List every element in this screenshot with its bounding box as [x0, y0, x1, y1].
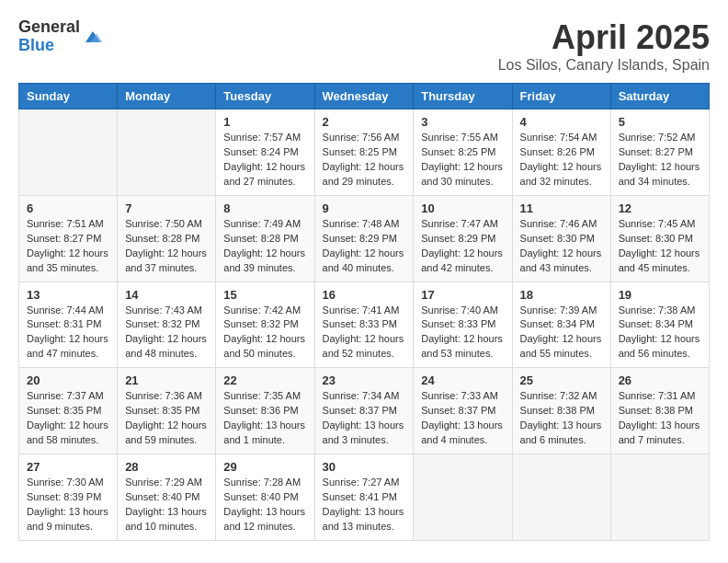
calendar-week-row: 20Sunrise: 7:37 AM Sunset: 8:35 PM Dayli… [19, 368, 710, 454]
calendar-week-row: 6Sunrise: 7:51 AM Sunset: 8:27 PM Daylig… [19, 195, 710, 282]
calendar-cell: 22Sunrise: 7:35 AM Sunset: 8:36 PM Dayli… [216, 368, 314, 454]
cell-info: Sunrise: 7:47 AM Sunset: 8:29 PM Dayligh… [421, 217, 504, 276]
day-number: 24 [421, 373, 504, 387]
calendar-cell: 24Sunrise: 7:33 AM Sunset: 8:37 PM Dayli… [414, 368, 512, 454]
cell-info: Sunrise: 7:48 AM Sunset: 8:29 PM Dayligh… [323, 217, 406, 276]
column-header-thursday: Thursday [414, 84, 512, 109]
column-header-wednesday: Wednesday [314, 84, 414, 109]
calendar-cell: 9Sunrise: 7:48 AM Sunset: 8:29 PM Daylig… [314, 195, 414, 282]
calendar-cell: 10Sunrise: 7:47 AM Sunset: 8:29 PM Dayli… [414, 195, 512, 282]
day-number: 30 [323, 460, 406, 474]
calendar-cell: 12Sunrise: 7:45 AM Sunset: 8:30 PM Dayli… [610, 195, 709, 282]
calendar-cell [414, 454, 512, 541]
calendar-cell: 26Sunrise: 7:31 AM Sunset: 8:38 PM Dayli… [610, 368, 709, 454]
cell-info: Sunrise: 7:57 AM Sunset: 8:24 PM Dayligh… [223, 131, 306, 190]
day-number: 21 [125, 373, 208, 387]
cell-info: Sunrise: 7:37 AM Sunset: 8:35 PM Dayligh… [27, 389, 109, 448]
cell-info: Sunrise: 7:31 AM Sunset: 8:38 PM Dayligh… [619, 389, 701, 448]
day-number: 6 [27, 201, 109, 215]
cell-info: Sunrise: 7:29 AM Sunset: 8:40 PM Dayligh… [125, 476, 208, 534]
cell-info: Sunrise: 7:45 AM Sunset: 8:30 PM Dayligh… [619, 217, 701, 276]
cell-info: Sunrise: 7:34 AM Sunset: 8:37 PM Dayligh… [323, 389, 406, 448]
calendar-cell: 18Sunrise: 7:39 AM Sunset: 8:34 PM Dayli… [512, 282, 610, 368]
cell-info: Sunrise: 7:38 AM Sunset: 8:34 PM Dayligh… [619, 304, 701, 362]
logo-general-text: General [18, 18, 80, 37]
calendar-cell: 28Sunrise: 7:29 AM Sunset: 8:40 PM Dayli… [118, 454, 216, 541]
day-number: 15 [223, 288, 306, 302]
logo-icon [82, 28, 104, 46]
cell-info: Sunrise: 7:55 AM Sunset: 8:25 PM Dayligh… [421, 131, 504, 190]
calendar-cell: 20Sunrise: 7:37 AM Sunset: 8:35 PM Dayli… [19, 368, 118, 454]
column-header-friday: Friday [512, 84, 610, 109]
cell-info: Sunrise: 7:39 AM Sunset: 8:34 PM Dayligh… [520, 304, 603, 362]
day-number: 16 [323, 288, 406, 302]
calendar-cell: 15Sunrise: 7:42 AM Sunset: 8:32 PM Dayli… [216, 282, 314, 368]
column-header-tuesday: Tuesday [216, 84, 314, 109]
day-number: 17 [421, 288, 504, 302]
calendar-cell [118, 109, 216, 196]
day-number: 23 [323, 373, 406, 387]
calendar-cell: 11Sunrise: 7:46 AM Sunset: 8:30 PM Dayli… [512, 195, 610, 282]
calendar-week-row: 27Sunrise: 7:30 AM Sunset: 8:39 PM Dayli… [19, 454, 710, 541]
cell-info: Sunrise: 7:43 AM Sunset: 8:32 PM Dayligh… [125, 304, 208, 362]
day-number: 18 [520, 288, 603, 302]
title-section: April 2025 Los Silos, Canary Islands, Sp… [498, 18, 710, 74]
day-number: 20 [27, 373, 109, 387]
cell-info: Sunrise: 7:56 AM Sunset: 8:25 PM Dayligh… [323, 131, 406, 190]
day-number: 11 [520, 201, 603, 215]
cell-info: Sunrise: 7:52 AM Sunset: 8:27 PM Dayligh… [619, 131, 701, 190]
calendar-cell: 27Sunrise: 7:30 AM Sunset: 8:39 PM Dayli… [19, 454, 118, 541]
calendar-cell [512, 454, 610, 541]
cell-info: Sunrise: 7:44 AM Sunset: 8:31 PM Dayligh… [27, 304, 109, 362]
calendar-cell: 23Sunrise: 7:34 AM Sunset: 8:37 PM Dayli… [314, 368, 414, 454]
calendar-cell: 6Sunrise: 7:51 AM Sunset: 8:27 PM Daylig… [19, 195, 118, 282]
day-number: 1 [223, 115, 306, 129]
day-number: 9 [323, 201, 406, 215]
day-number: 19 [619, 288, 701, 302]
calendar-cell: 29Sunrise: 7:28 AM Sunset: 8:40 PM Dayli… [216, 454, 314, 541]
cell-info: Sunrise: 7:28 AM Sunset: 8:40 PM Dayligh… [223, 476, 306, 534]
calendar-cell: 25Sunrise: 7:32 AM Sunset: 8:38 PM Dayli… [512, 368, 610, 454]
calendar-cell: 13Sunrise: 7:44 AM Sunset: 8:31 PM Dayli… [19, 282, 118, 368]
cell-info: Sunrise: 7:41 AM Sunset: 8:33 PM Dayligh… [323, 304, 406, 362]
cell-info: Sunrise: 7:32 AM Sunset: 8:38 PM Dayligh… [520, 389, 603, 448]
logo-blue-text: Blue [18, 37, 80, 55]
location: Los Silos, Canary Islands, Spain [498, 57, 710, 74]
day-number: 10 [421, 201, 504, 215]
calendar-cell: 3Sunrise: 7:55 AM Sunset: 8:25 PM Daylig… [414, 109, 512, 196]
calendar-header-row: SundayMondayTuesdayWednesdayThursdayFrid… [19, 84, 710, 109]
calendar-cell: 14Sunrise: 7:43 AM Sunset: 8:32 PM Dayli… [118, 282, 216, 368]
cell-info: Sunrise: 7:42 AM Sunset: 8:32 PM Dayligh… [223, 304, 306, 362]
day-number: 25 [520, 373, 603, 387]
calendar-week-row: 13Sunrise: 7:44 AM Sunset: 8:31 PM Dayli… [19, 282, 710, 368]
calendar-cell [610, 454, 709, 541]
day-number: 27 [27, 460, 109, 474]
calendar-table: SundayMondayTuesdayWednesdayThursdayFrid… [18, 83, 710, 541]
day-number: 14 [125, 288, 208, 302]
calendar-cell: 17Sunrise: 7:40 AM Sunset: 8:33 PM Dayli… [414, 282, 512, 368]
calendar-cell: 1Sunrise: 7:57 AM Sunset: 8:24 PM Daylig… [216, 109, 314, 196]
page-header: General Blue April 2025 Los Silos, Canar… [18, 18, 710, 74]
day-number: 22 [223, 373, 306, 387]
cell-info: Sunrise: 7:27 AM Sunset: 8:41 PM Dayligh… [323, 476, 406, 534]
day-number: 4 [520, 115, 603, 129]
logo: General Blue [18, 18, 104, 55]
calendar-cell: 30Sunrise: 7:27 AM Sunset: 8:41 PM Dayli… [314, 454, 414, 541]
cell-info: Sunrise: 7:40 AM Sunset: 8:33 PM Dayligh… [421, 304, 504, 362]
day-number: 26 [619, 373, 701, 387]
calendar-cell: 4Sunrise: 7:54 AM Sunset: 8:26 PM Daylig… [512, 109, 610, 196]
calendar-cell: 8Sunrise: 7:49 AM Sunset: 8:28 PM Daylig… [216, 195, 314, 282]
calendar-cell: 5Sunrise: 7:52 AM Sunset: 8:27 PM Daylig… [610, 109, 709, 196]
calendar-cell: 2Sunrise: 7:56 AM Sunset: 8:25 PM Daylig… [314, 109, 414, 196]
calendar-cell: 21Sunrise: 7:36 AM Sunset: 8:35 PM Dayli… [118, 368, 216, 454]
cell-info: Sunrise: 7:54 AM Sunset: 8:26 PM Dayligh… [520, 131, 603, 190]
day-number: 28 [125, 460, 208, 474]
calendar-cell: 16Sunrise: 7:41 AM Sunset: 8:33 PM Dayli… [314, 282, 414, 368]
column-header-saturday: Saturday [610, 84, 709, 109]
cell-info: Sunrise: 7:46 AM Sunset: 8:30 PM Dayligh… [520, 217, 603, 276]
day-number: 29 [223, 460, 306, 474]
cell-info: Sunrise: 7:35 AM Sunset: 8:36 PM Dayligh… [223, 389, 306, 448]
day-number: 3 [421, 115, 504, 129]
day-number: 13 [27, 288, 109, 302]
column-header-sunday: Sunday [19, 84, 118, 109]
